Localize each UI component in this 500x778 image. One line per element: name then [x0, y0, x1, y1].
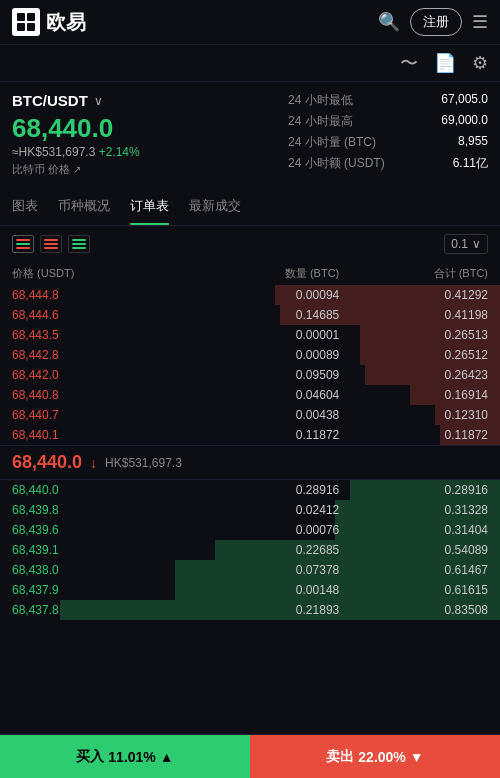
order-amount: 0.00148 [191, 583, 340, 597]
order-total: 0.26423 [339, 368, 488, 382]
stat-value: 6.11亿 [453, 155, 488, 172]
stat-label: 24 小时量 (BTC) [288, 134, 376, 151]
buy-order-row[interactable]: 68,437.8 0.21893 0.83508 [0, 600, 500, 620]
view-buy-icon[interactable] [68, 235, 90, 253]
order-amount: 0.14685 [191, 308, 340, 322]
order-price: 68,440.1 [12, 428, 191, 442]
stat-label: 24 小时最高 [288, 113, 353, 130]
buy-order-row[interactable]: 68,439.1 0.22685 0.54089 [0, 540, 500, 560]
order-amount: 0.09509 [191, 368, 340, 382]
buy-order-row[interactable]: 68,440.0 0.28916 0.28916 [0, 480, 500, 500]
order-total: 0.54089 [339, 543, 488, 557]
tab-最新成交[interactable]: 最新成交 [189, 187, 241, 225]
tab-图表[interactable]: 图表 [12, 187, 38, 225]
view-icons [12, 235, 90, 253]
mid-price-arrow-icon: ↓ [90, 455, 97, 471]
hk-price: ≈HK$531,697.3 +2.14% [12, 145, 268, 159]
order-total: 0.31404 [339, 523, 488, 537]
pair-name: BTC/USDT [12, 92, 88, 109]
header-right: 🔍 注册 ☰ [378, 8, 488, 36]
change-pct: +2.14% [99, 145, 140, 159]
order-amount: 0.22685 [191, 543, 340, 557]
buy-orders: 68,440.0 0.28916 0.28916 68,439.8 0.0241… [0, 480, 500, 620]
chart-line-icon[interactable]: 〜 [400, 51, 418, 75]
view-sell-icon[interactable] [40, 235, 62, 253]
order-price: 68,442.0 [12, 368, 191, 382]
buy-order-row[interactable]: 68,439.8 0.02412 0.31328 [0, 500, 500, 520]
sell-button[interactable]: 卖出 22.00% ▼ [250, 735, 500, 778]
settings-icon[interactable]: ⚙ [472, 52, 488, 74]
order-total: 0.41198 [339, 308, 488, 322]
order-price: 68,443.5 [12, 328, 191, 342]
order-amount: 0.02412 [191, 503, 340, 517]
sell-order-row[interactable]: 68,444.8 0.00094 0.41292 [0, 285, 500, 305]
col-header-amount: 数量 (BTC) [191, 266, 340, 281]
sell-order-row[interactable]: 68,444.6 0.14685 0.41198 [0, 305, 500, 325]
view-both-icon[interactable] [12, 235, 34, 253]
order-total: 0.61615 [339, 583, 488, 597]
order-total: 0.31328 [339, 503, 488, 517]
mid-hk-price: HK$531,697.3 [105, 456, 182, 470]
precision-chevron-icon: ∨ [472, 237, 481, 251]
order-total: 0.41292 [339, 288, 488, 302]
sell-order-row[interactable]: 68,443.5 0.00001 0.26513 [0, 325, 500, 345]
pair-row: BTC/USDT ∨ [12, 92, 268, 109]
col-header-total: 合计 (BTC) [339, 266, 488, 281]
stat-label: 24 小时额 (USDT) [288, 155, 385, 172]
tab-订单表[interactable]: 订单表 [130, 187, 169, 225]
order-total: 0.16914 [339, 388, 488, 402]
price-left: BTC/USDT ∨ 68,440.0 ≈HK$531,697.3 +2.14%… [12, 92, 268, 177]
precision-select[interactable]: 0.1 ∨ [444, 234, 488, 254]
order-amount: 0.21893 [191, 603, 340, 617]
order-price: 68,444.8 [12, 288, 191, 302]
buy-button[interactable]: 买入 11.01% ▲ [0, 735, 250, 778]
buy-order-row[interactable]: 68,439.6 0.00076 0.31404 [0, 520, 500, 540]
buy-pct: 11.01% [108, 749, 155, 765]
order-amount: 0.11872 [191, 428, 340, 442]
pair-dropdown-icon[interactable]: ∨ [94, 94, 103, 108]
buy-label: 买入 [76, 748, 104, 766]
order-amount: 0.07378 [191, 563, 340, 577]
order-total: 0.12310 [339, 408, 488, 422]
stat-row: 24 小时最低67,005.0 [288, 92, 488, 109]
sell-label: 卖出 [326, 748, 354, 766]
precision-value: 0.1 [451, 237, 468, 251]
orderbook-controls: 0.1 ∨ [0, 226, 500, 262]
logo-text: 欧易 [46, 9, 86, 36]
order-price: 68,438.0 [12, 563, 191, 577]
sell-order-row[interactable]: 68,440.8 0.04604 0.16914 [0, 385, 500, 405]
main-price: 68,440.0 [12, 115, 268, 141]
order-total: 0.26512 [339, 348, 488, 362]
coin-label: 比特币 价格 ↗ [12, 162, 268, 177]
stat-label: 24 小时最低 [288, 92, 353, 109]
bottom-bar: 买入 11.01% ▲ 卖出 22.00% ▼ [0, 734, 500, 778]
sell-order-row[interactable]: 68,442.0 0.09509 0.26423 [0, 365, 500, 385]
sell-order-row[interactable]: 68,440.1 0.11872 0.11872 [0, 425, 500, 445]
order-price: 68,440.8 [12, 388, 191, 402]
order-price: 68,442.8 [12, 348, 191, 362]
sell-order-row[interactable]: 68,442.8 0.00089 0.26512 [0, 345, 500, 365]
order-amount: 0.00076 [191, 523, 340, 537]
tab-币种概况[interactable]: 币种概况 [58, 187, 110, 225]
stat-row: 24 小时最高69,000.0 [288, 113, 488, 130]
mid-price: 68,440.0 [12, 452, 82, 473]
sell-order-row[interactable]: 68,440.7 0.00438 0.12310 [0, 405, 500, 425]
register-button[interactable]: 注册 [410, 8, 462, 36]
menu-icon[interactable]: ☰ [472, 11, 488, 33]
order-price: 68,440.7 [12, 408, 191, 422]
buy-arrow-icon: ▲ [160, 749, 174, 765]
external-link-icon[interactable]: ↗ [73, 164, 81, 175]
sell-orders: 68,444.8 0.00094 0.41292 68,444.6 0.1468… [0, 285, 500, 445]
buy-order-row[interactable]: 68,437.9 0.00148 0.61615 [0, 580, 500, 600]
buy-order-row[interactable]: 68,438.0 0.07378 0.61467 [0, 560, 500, 580]
price-section: BTC/USDT ∨ 68,440.0 ≈HK$531,697.3 +2.14%… [0, 82, 500, 187]
document-icon[interactable]: 📄 [434, 52, 456, 74]
order-total: 0.11872 [339, 428, 488, 442]
order-amount: 0.28916 [191, 483, 340, 497]
order-price: 68,439.1 [12, 543, 191, 557]
order-amount: 0.00001 [191, 328, 340, 342]
sub-header: 〜 📄 ⚙ [0, 45, 500, 82]
column-headers: 价格 (USDT) 数量 (BTC) 合计 (BTC) [0, 262, 500, 285]
order-total: 0.26513 [339, 328, 488, 342]
search-icon[interactable]: 🔍 [378, 11, 400, 33]
